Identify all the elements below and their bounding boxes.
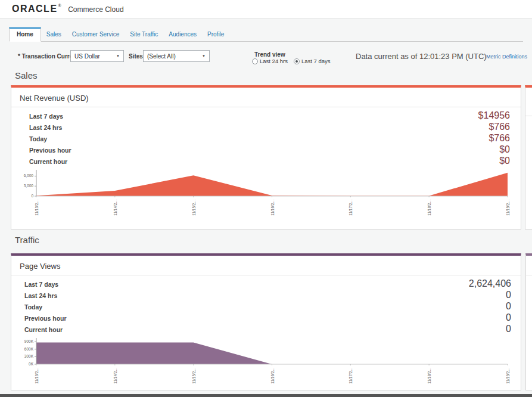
metric-row: Today0 — [24, 301, 511, 312]
svg-text:6,000: 6,000 — [24, 173, 34, 178]
card-title: Average Order Value (USD) — [525, 88, 532, 116]
svg-text:11/17/2…: 11/17/2… — [349, 367, 353, 384]
traffic-section-title: Traffic — [15, 235, 39, 245]
metric-value: $14956 — [478, 110, 510, 121]
sites-select[interactable]: (Select All) ▼ — [143, 50, 210, 62]
svg-text:900K: 900K — [24, 339, 34, 343]
metric-label: Current hour — [24, 326, 63, 333]
svg-text:11/14/2…: 11/14/2… — [113, 367, 117, 384]
metric-row: Previous hour$0 — [29, 144, 510, 156]
svg-text:11/18/2…: 11/18/2… — [427, 199, 431, 216]
metric-row: Last 7 days2,624,406 — [24, 278, 511, 290]
svg-text:11/16/2…: 11/16/2… — [270, 367, 275, 384]
metric-rows: Last 7 days$68Last 24 hrs$109Today$109Pr… — [525, 116, 532, 176]
dropdown-arrow-icon: ▼ — [202, 54, 206, 58]
trend-chart-svg: 900K600K300K0K11/13/2…11/14/2…11/15/2…11… — [530, 337, 532, 395]
metric-card-average-order-value-usd: Average Order Value (USD)Last 7 days$68L… — [525, 85, 532, 229]
metric-label: Last 24 hrs — [29, 124, 62, 131]
currency-select[interactable]: US Dollar ▼ — [70, 50, 124, 62]
metric-label: Today — [29, 135, 47, 142]
sales-section-title: Sales — [15, 70, 38, 80]
trend-option-last-7-days[interactable]: Last 7 days — [294, 58, 331, 64]
metric-row: Current hour0 — [24, 324, 511, 335]
metric-rows: Last 7 days2,624,406Last 24 hrs0Today0Pr… — [11, 275, 521, 335]
metric-label: Previous hour — [24, 315, 67, 322]
trend-radio-group: Last 24 hrsLast 7 days — [252, 58, 331, 64]
svg-text:11/19/2…: 11/19/2… — [506, 367, 510, 384]
svg-text:600K: 600K — [24, 347, 34, 351]
metric-card-page-views: Page ViewsLast 7 days2,624,406Last 24 hr… — [11, 253, 521, 390]
metric-label: Current hour — [29, 158, 67, 165]
brand-suffix: Commerce Cloud — [68, 5, 123, 14]
dropdown-arrow-icon: ▼ — [116, 54, 120, 58]
metric-label: Previous hour — [29, 147, 71, 154]
svg-text:11/13/2…: 11/13/2… — [35, 367, 39, 384]
svg-text:11/19/2…: 11/19/2… — [506, 199, 510, 216]
metric-label: Last 24 hrs — [24, 292, 57, 299]
metric-value: $766 — [489, 122, 510, 132]
trend-chart-svg: 12060011/13/2…11/14/2…11/15/2…11/16/2…11… — [529, 178, 532, 236]
metric-definitions-link[interactable]: Metric Definitions — [486, 54, 527, 60]
metric-value: 0 — [506, 312, 511, 323]
trend-chart-svg: 6,0003,000011/13/2…11/14/2…11/15/2…11/16… — [15, 169, 515, 227]
svg-text:11/13/2…: 11/13/2… — [35, 199, 39, 216]
svg-text:3,000: 3,000 — [24, 184, 34, 188]
radio-label: Last 7 days — [301, 58, 331, 64]
metric-card-net-revenue-usd: Net Revenue (USD)Last 7 days$14956Last 2… — [11, 85, 521, 229]
currency-selected-value: US Dollar — [74, 53, 100, 60]
window-bottom-edge — [0, 394, 532, 397]
card-title: Visits — [526, 256, 532, 275]
registered-mark-icon: ® — [58, 4, 61, 8]
tab-home[interactable]: Home — [9, 27, 41, 42]
card-title: Page Views — [11, 256, 521, 275]
svg-text:11/16/2…: 11/16/2… — [270, 199, 275, 216]
trend-option-last-24-hrs[interactable]: Last 24 hrs — [252, 58, 288, 64]
svg-text:0: 0 — [31, 194, 33, 198]
tab-sales[interactable]: Sales — [41, 27, 67, 41]
tab-customer-service[interactable]: Customer Service — [67, 27, 125, 41]
metric-value: $0 — [499, 144, 510, 155]
metric-value: 0 — [506, 324, 511, 334]
svg-text:11/15/2…: 11/15/2… — [192, 367, 196, 384]
tab-audiences[interactable]: Audiences — [163, 27, 202, 41]
svg-text:11/15/2…: 11/15/2… — [192, 199, 196, 216]
dashboard-page: ORACLE® Commerce Cloud HomeSalesCustomer… — [0, 0, 532, 397]
radio-label: Last 24 hrs — [260, 58, 288, 64]
metric-row: Today$766 — [29, 133, 510, 144]
metric-row: Last 24 hrs$766 — [29, 122, 510, 133]
tab-site-traffic[interactable]: Site Traffic — [125, 27, 163, 41]
radio-icon — [252, 58, 258, 64]
metric-row: Current hour$0 — [29, 156, 510, 167]
metric-card-visits: VisitsLast 7 days2,623,752Last 24 hrs0To… — [525, 253, 532, 390]
svg-text:11/14/2…: 11/14/2… — [113, 199, 117, 216]
data-current-text: Data current as of 12:01:23 PM (UTC) — [356, 52, 487, 61]
metric-row: Last 24 hrs0 — [24, 290, 511, 301]
svg-text:11/18/2…: 11/18/2… — [427, 367, 431, 384]
sites-selected-value: (Select All) — [147, 53, 176, 60]
brand-text: ORACLE — [12, 4, 58, 14]
app-header: ORACLE® Commerce Cloud — [0, 0, 532, 18]
trend-chart: 900K600K300K0K11/13/2…11/14/2…11/15/2…11… — [15, 337, 515, 395]
trend-chart: 6,0003,000011/13/2…11/14/2…11/15/2…11/16… — [15, 169, 515, 227]
metric-value: 0 — [506, 301, 511, 312]
tab-bar: HomeSalesCustomer ServiceSite TrafficAud… — [9, 27, 523, 42]
oracle-logo: ORACLE® Commerce Cloud — [12, 4, 124, 14]
metric-label: Last 7 days — [24, 281, 58, 288]
sales-cards-row: Net Revenue (USD)Last 7 days$14956Last 2… — [11, 85, 521, 229]
svg-text:300K: 300K — [24, 354, 34, 358]
metric-label: Last 7 days — [29, 113, 63, 120]
metric-value: $0 — [499, 156, 510, 166]
sites-label: Sites — [129, 53, 143, 60]
radio-icon — [294, 58, 300, 64]
svg-text:0K: 0K — [29, 362, 34, 366]
trend-chart: 12060011/13/2…11/14/2…11/15/2…11/16/2…11… — [529, 178, 532, 236]
trend-chart: 900K600K300K0K11/13/2…11/14/2…11/15/2…11… — [530, 337, 532, 395]
metric-rows: Last 7 days2,623,752Last 24 hrs0Today0Pr… — [526, 275, 532, 335]
trend-chart-svg: 900K600K300K0K11/13/2…11/14/2…11/15/2…11… — [15, 337, 515, 395]
metric-value: 0 — [506, 290, 511, 300]
card-title: Net Revenue (USD) — [11, 88, 521, 107]
trend-view-label: Trend view — [254, 51, 285, 58]
svg-text:11/17/2…: 11/17/2… — [349, 199, 353, 216]
tab-profile[interactable]: Profile — [202, 27, 229, 41]
metric-label: Today — [24, 303, 42, 311]
